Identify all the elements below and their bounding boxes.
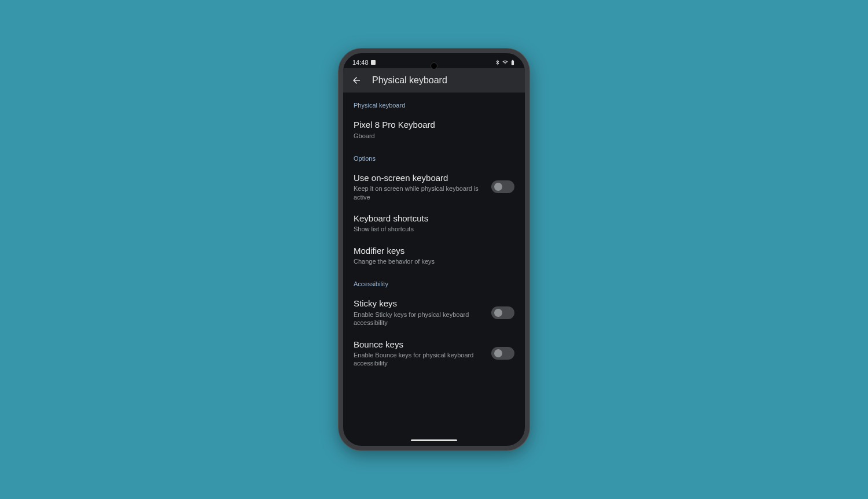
page-title: Physical keyboard [372,75,447,86]
setting-title: Use on-screen keyboard [354,172,484,184]
gesture-nav-bar[interactable] [411,439,457,441]
setting-subtitle: Show list of shortcuts [354,225,507,233]
section-header-physical-keyboard: Physical keyboard [343,93,525,113]
setting-title: Bounce keys [354,339,484,350]
notification-icon [371,60,376,65]
setting-modifier-keys[interactable]: Modifier keys Change the behavior of key… [343,239,525,272]
app-bar: Physical keyboard [343,68,525,93]
battery-icon [510,60,516,65]
wifi-icon [502,60,508,65]
setting-bounce-keys[interactable]: Bounce keys Enable Bounce keys for physi… [343,333,525,374]
phone-frame: 14:48 Physical keyboard Physical keyboar… [339,49,529,450]
bluetooth-icon [495,60,501,65]
settings-content: Physical keyboard Pixel 8 Pro Keyboard G… [343,93,525,374]
setting-keyboard-device[interactable]: Pixel 8 Pro Keyboard Gboard [343,113,525,146]
setting-title: Keyboard shortcuts [354,213,507,224]
setting-subtitle: Gboard [354,132,507,140]
back-arrow-icon[interactable] [351,75,362,86]
setting-sticky-keys[interactable]: Sticky keys Enable Sticky keys for physi… [343,292,525,332]
setting-on-screen-keyboard[interactable]: Use on-screen keyboard Keep it on screen… [343,167,525,207]
section-header-options: Options [343,146,525,167]
camera-punch-hole [431,62,437,69]
setting-subtitle: Enable Sticky keys for physical keyboard… [354,311,484,327]
setting-title: Pixel 8 Pro Keyboard [354,119,507,131]
setting-keyboard-shortcuts[interactable]: Keyboard shortcuts Show list of shortcut… [343,207,525,239]
setting-subtitle: Enable Bounce keys for physical keyboard… [354,351,484,368]
toggle-sticky-keys[interactable] [491,306,514,319]
setting-title: Sticky keys [354,298,484,309]
toggle-bounce-keys[interactable] [491,347,514,360]
status-time: 14:48 [352,59,369,66]
toggle-on-screen-keyboard[interactable] [491,180,514,193]
setting-subtitle: Change the behavior of keys [354,257,507,265]
section-header-accessibility: Accessibility [343,271,525,292]
setting-title: Modifier keys [354,245,507,257]
setting-subtitle: Keep it on screen while physical keyboar… [354,184,484,201]
